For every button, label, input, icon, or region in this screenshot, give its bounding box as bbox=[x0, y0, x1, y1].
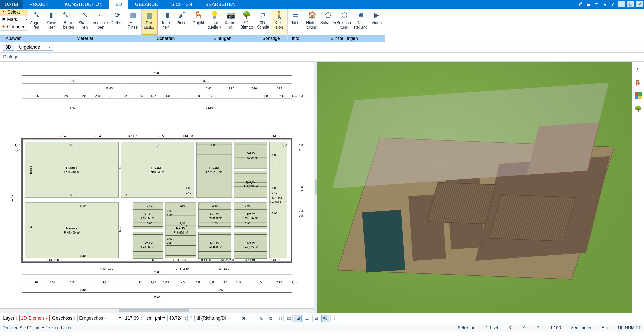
length-input[interactable]: 117,39▲▼ bbox=[124, 315, 144, 321]
north-icon[interactable]: Ⓝ bbox=[321, 315, 329, 322]
star-icon[interactable]: ★ bbox=[602, 1, 608, 7]
svg-text:1,60: 1,60 bbox=[135, 281, 141, 284]
svg-text:2,90: 2,90 bbox=[251, 87, 257, 90]
menu-tab-gelände[interactable]: GELÄNDE bbox=[128, 0, 164, 9]
room-rect[interactable] bbox=[25, 142, 118, 198]
layers-icon[interactable]: ≣ bbox=[594, 1, 600, 7]
camera-icon[interactable]: ⎚ bbox=[258, 315, 265, 322]
view-3d-button[interactable]: 3D bbox=[3, 44, 14, 51]
splitter-grip[interactable] bbox=[315, 179, 317, 195]
ribbon-item-schatten[interactable]: ⬠Schatten bbox=[320, 9, 336, 35]
help-icon[interactable]: ? bbox=[610, 1, 616, 7]
ribbon-item-zuweisen[interactable]: ◧Zuwei- sen bbox=[44, 9, 61, 35]
ribbon-item-verschieben[interactable]: ↔Verschie- ben bbox=[93, 9, 109, 35]
ribbon-item-darstellung[interactable]: 🖥Dar- stellung bbox=[352, 9, 369, 35]
scrollbar-thumb[interactable] bbox=[119, 309, 189, 312]
ribbon-item-drehen[interactable]: ⟳Drehen bbox=[109, 9, 125, 35]
minimize-button[interactable]: – bbox=[618, 1, 625, 7]
tools-icon[interactable]: 🛠 bbox=[577, 1, 583, 7]
phi-input[interactable]: 43,724▲▼ bbox=[167, 315, 188, 321]
shade-icon[interactable]: ◢ bbox=[294, 315, 302, 322]
ribbon-item-darstellen[interactable]: ▦Dar- stellen bbox=[142, 9, 158, 35]
menu-tab-bearbeiten[interactable]: BEARBEITEN bbox=[199, 0, 242, 9]
room-rect[interactable] bbox=[234, 232, 267, 259]
pane-splitter[interactable] bbox=[314, 62, 317, 313]
ribbon-item-icon: ⬠ bbox=[323, 10, 333, 20]
ribbon-item-icon: ⤡ bbox=[80, 10, 90, 20]
ribbon-item-objekt[interactable]: 🪑Objekt bbox=[190, 9, 206, 35]
room-rect[interactable] bbox=[234, 142, 267, 169]
svg-text:2,30: 2,30 bbox=[299, 209, 304, 212]
svg-text:16,50: 16,50 bbox=[206, 106, 213, 109]
ribbon-group-material: ✎Abgrei- fen◧Zuwei- sen✎▦Bear- beiten⤡Sk… bbox=[28, 9, 142, 42]
svg-text:BRH 50: BRH 50 bbox=[201, 258, 211, 261]
overlay-icon[interactable]: ◫ bbox=[276, 315, 284, 322]
status-help: Drücken Sie F1, um Hilfe zu erhalten. bbox=[3, 325, 74, 330]
ribbon-item-label: Abgrei- fen bbox=[30, 21, 43, 29]
room-rect[interactable] bbox=[234, 203, 267, 229]
ribbon-item-hintergrund[interactable]: 🏠Hinter- grund bbox=[304, 9, 320, 35]
floorplan-hscrollbar[interactable] bbox=[0, 308, 314, 313]
ribbon-group-label: Material bbox=[28, 35, 141, 42]
terrain-combo[interactable]: Urgelände ▼ bbox=[17, 44, 53, 51]
menu-tab-konstruktion[interactable]: KONSTRUKTION bbox=[58, 0, 109, 9]
menu-tab-projekt[interactable]: PROJEKT bbox=[23, 0, 58, 9]
ribbon-item-rechnen[interactable]: ◨Rech- nen bbox=[158, 9, 174, 35]
room-rect[interactable] bbox=[199, 232, 231, 259]
ribbon-item-skalieren[interactable]: ⤡Skalie- ren bbox=[77, 9, 93, 35]
svg-text:1,00: 1,00 bbox=[15, 144, 20, 147]
ribbon-item-hinpinsel[interactable]: ▥Hin. Pinsel bbox=[125, 9, 141, 35]
ribbon-item-label: Zuwei- sen bbox=[46, 21, 59, 29]
svg-text:1,20: 1,20 bbox=[151, 281, 156, 284]
room-rect[interactable] bbox=[133, 232, 163, 259]
room-rect[interactable] bbox=[25, 203, 118, 258]
layer-icon[interactable]: ≣ bbox=[303, 315, 311, 322]
screen-icon[interactable]: ▭ bbox=[249, 315, 256, 322]
room-rect[interactable] bbox=[121, 142, 194, 198]
copy-icon[interactable]: ⧉ bbox=[267, 315, 274, 322]
ribbon-item-video[interactable]: ▶Video bbox=[369, 9, 385, 35]
mode-combo[interactable]: dl (Richtung/Di▼ bbox=[194, 315, 232, 321]
svg-text:2,12: 2,12 bbox=[211, 94, 216, 97]
ribbon-item-pinsel[interactable]: 🖌Pinsel bbox=[174, 9, 190, 35]
floorplan-canvas[interactable]: Raum 1F=41,310 m²Raum 2F=47,430 m²RAUM 3… bbox=[8, 66, 309, 307]
terrain-combo-value: Urgelände bbox=[19, 45, 40, 50]
mark-tool[interactable]: ⚑ Mark. ▾ bbox=[0, 16, 28, 23]
selekt-tool[interactable]: ↖ Selekt bbox=[0, 9, 28, 16]
window-icon[interactable]: ▣ bbox=[585, 1, 592, 7]
ribbon-item-lichtquelle[interactable]: 💡Licht- quelle ▾ bbox=[206, 9, 222, 35]
ribbon-item-dschnitt[interactable]: ⌑3D- Schnitt bbox=[255, 9, 271, 35]
tree-icon[interactable]: 🌳 bbox=[634, 105, 642, 113]
menu-tab-sichten[interactable]: SICHTEN bbox=[164, 0, 199, 9]
maximize-button[interactable]: ❐ bbox=[627, 1, 634, 7]
optionen-tool[interactable]: ✚ Optionen bbox=[0, 23, 28, 31]
room-rect[interactable] bbox=[197, 142, 232, 198]
ribbon-item-kamera[interactable]: 📷Kame- ra bbox=[222, 9, 239, 35]
ribbon-item-abgreifen[interactable]: ✎Abgrei- fen bbox=[28, 9, 44, 35]
palette-icon[interactable] bbox=[635, 92, 642, 99]
layer-combo[interactable]: 2D-Elemen▼ bbox=[19, 315, 50, 321]
furniture-icon[interactable]: 🪑 bbox=[634, 79, 642, 87]
menu-file[interactable]: DATEI bbox=[0, 0, 23, 9]
layers-icon[interactable]: ≋ bbox=[634, 66, 642, 74]
floorplan-pane[interactable]: Raum 1F=41,310 m²Raum 2F=47,430 m²RAUM 3… bbox=[0, 62, 314, 313]
close-button[interactable]: ✕ bbox=[636, 1, 643, 7]
menu-icon[interactable]: ⋮ bbox=[330, 315, 338, 322]
clock-icon[interactable]: ◷ bbox=[240, 315, 247, 322]
svg-text:STUK 260: STUK 260 bbox=[221, 258, 234, 261]
svg-text:BRH 50: BRH 50 bbox=[271, 258, 281, 261]
ribbon-item-dbitmap[interactable]: 🌳3D- Bitmap bbox=[239, 9, 255, 35]
hatch-icon[interactable]: ▤ bbox=[285, 315, 293, 322]
geschoss-combo[interactable]: Erdgeschos▼ bbox=[77, 315, 109, 321]
svg-text:2,40: 2,40 bbox=[167, 214, 172, 217]
ribbon-item-bearbeiten[interactable]: ✎▦Bear- beiten bbox=[61, 9, 77, 35]
grid-icon[interactable]: ⊞ bbox=[312, 315, 320, 322]
menu-tab-3d[interactable]: 3D bbox=[109, 0, 128, 9]
ribbon-group-sonstige: ⌑3D- Schnitt🚶Kolli- sionSonstige bbox=[255, 9, 288, 42]
ribbon-item-label: 3D- Bitmap bbox=[240, 21, 253, 29]
ribbon-item-flche[interactable]: ▭Fläche bbox=[288, 9, 304, 35]
ribbon-item-beleuchtung[interactable]: ⬡Beleuch- tung bbox=[336, 9, 352, 35]
viewport-3d[interactable] bbox=[317, 62, 632, 313]
room-rect[interactable] bbox=[234, 171, 267, 198]
ribbon-item-kollision[interactable]: 🚶Kolli- sion bbox=[271, 9, 287, 35]
